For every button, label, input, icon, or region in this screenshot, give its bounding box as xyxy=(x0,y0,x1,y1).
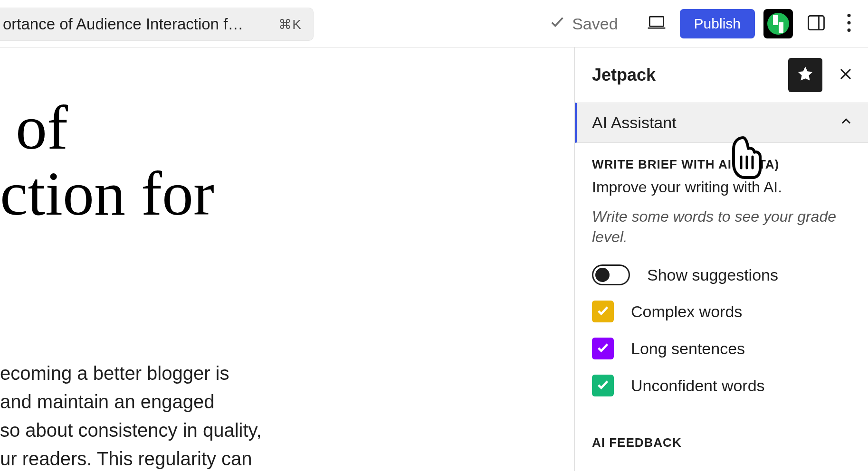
show-suggestions-toggle[interactable] xyxy=(592,264,630,285)
svg-point-6 xyxy=(847,28,850,32)
jetpack-button[interactable] xyxy=(763,9,793,38)
save-status-label: Saved xyxy=(572,15,618,33)
complex-words-checkbox[interactable] xyxy=(592,301,614,322)
sidebar-toggle-button[interactable] xyxy=(801,9,831,38)
ai-feedback-heading: AI FEEDBACK xyxy=(592,435,851,450)
show-suggestions-label: Show suggestions xyxy=(647,266,778,284)
long-sentences-checkbox[interactable] xyxy=(592,338,614,359)
shortcut-hint: ⌘K xyxy=(278,17,302,32)
svg-point-5 xyxy=(847,21,850,24)
publish-button[interactable]: Publish xyxy=(680,9,755,38)
long-sentences-label: Long sentences xyxy=(631,339,745,358)
svg-rect-0 xyxy=(649,17,663,26)
jetpack-icon xyxy=(767,13,789,35)
svg-point-4 xyxy=(847,14,850,17)
preview-button[interactable] xyxy=(642,9,671,38)
star-button[interactable] xyxy=(788,58,822,92)
check-icon xyxy=(596,378,610,393)
panel-icon xyxy=(806,12,827,35)
close-icon xyxy=(839,67,853,83)
dots-vertical-icon xyxy=(839,12,859,35)
unconfident-words-label: Unconfident words xyxy=(631,377,765,395)
post-body[interactable]: ecoming a better blogger is and maintain… xyxy=(0,359,262,471)
ai-assistant-accordion[interactable]: AI Assistant xyxy=(575,103,868,143)
check-icon xyxy=(596,304,610,319)
write-brief-subtitle: Improve your writing with AI. xyxy=(592,179,851,196)
check-icon xyxy=(596,341,610,356)
accordion-label: AI Assistant xyxy=(592,113,677,132)
check-icon xyxy=(549,14,565,34)
sidebar-title: Jetpack xyxy=(592,65,780,85)
close-sidebar-button[interactable] xyxy=(834,63,858,87)
laptop-icon xyxy=(646,12,667,35)
grade-level-hint: Write some words to see your grade level… xyxy=(592,207,851,247)
star-icon xyxy=(796,65,814,85)
jetpack-sidebar: Jetpack AI Assistant WRITE BRIEF WITH AI… xyxy=(574,47,868,471)
more-options-button[interactable] xyxy=(839,9,858,38)
post-title[interactable]: of ction for xyxy=(0,95,214,226)
chevron-up-icon xyxy=(839,113,853,132)
save-status: Saved xyxy=(549,14,618,34)
publish-label: Publish xyxy=(694,16,741,32)
document-title-text: ortance of Audience Interaction f… xyxy=(3,15,243,33)
write-brief-heading: WRITE BRIEF WITH AI (BETA) xyxy=(592,157,851,172)
complex-words-label: Complex words xyxy=(631,302,742,321)
editor-canvas[interactable]: of ction for ecoming a better blogger is… xyxy=(0,47,574,471)
document-title-search[interactable]: ortance of Audience Interaction f… ⌘K xyxy=(0,8,314,41)
unconfident-words-checkbox[interactable] xyxy=(592,375,614,396)
svg-rect-2 xyxy=(809,16,824,29)
